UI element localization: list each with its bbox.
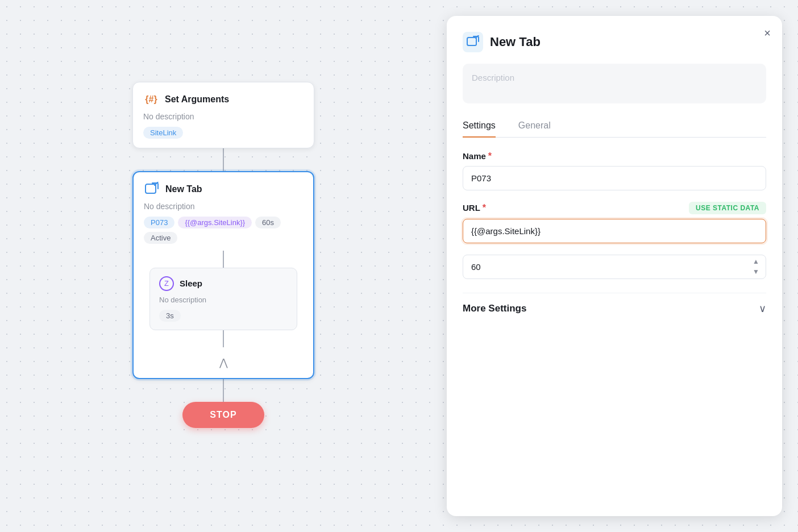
timeout-field-group: ▲ ▼ bbox=[463, 255, 766, 279]
tag-active: Active bbox=[144, 232, 177, 244]
sleep-desc: No description bbox=[159, 296, 288, 304]
description-area[interactable]: Description bbox=[463, 64, 766, 103]
set-args-title: Set Arguments bbox=[165, 94, 229, 105]
right-panel: × New Tab Description Settings General N… bbox=[447, 16, 782, 516]
set-args-desc: No description bbox=[143, 112, 304, 121]
inner-connector bbox=[223, 251, 224, 268]
url-input[interactable] bbox=[463, 219, 766, 243]
inner-connector-2 bbox=[223, 330, 224, 347]
url-input-wrap bbox=[463, 219, 766, 243]
more-settings[interactable]: More Settings ∨ bbox=[463, 293, 766, 324]
number-input-wrap: ▲ ▼ bbox=[463, 255, 766, 279]
name-field-group: Name * bbox=[463, 151, 766, 190]
collapse-button[interactable]: ⋀ bbox=[219, 356, 228, 369]
node-header: {#} Set Arguments bbox=[143, 92, 304, 107]
tag-p073: P073 bbox=[144, 217, 174, 228]
new-tab-node[interactable]: New Tab No description P073 {{@args.Site… bbox=[132, 171, 314, 379]
node-header: New Tab bbox=[144, 181, 303, 197]
set-args-icon: {#} bbox=[143, 92, 159, 107]
stop-button[interactable]: STOP bbox=[182, 402, 264, 428]
panel-title: New Tab bbox=[490, 35, 541, 49]
canvas-area: {#} Set Arguments No description SiteLin… bbox=[0, 0, 447, 532]
svg-rect-1 bbox=[467, 38, 476, 45]
close-button[interactable]: × bbox=[764, 27, 771, 39]
new-tab-inner: Z Sleep No description 3s ⋀ bbox=[144, 251, 303, 369]
set-arguments-node[interactable]: {#} Set Arguments No description SiteLin… bbox=[132, 82, 314, 148]
panel-header: New Tab bbox=[463, 32, 766, 52]
tag-3s: 3s bbox=[159, 310, 181, 322]
tag-args-sitelink: {{@args.SiteLink}} bbox=[178, 217, 252, 228]
name-label: Name * bbox=[463, 151, 766, 161]
url-field-row: URL * USE STATIC DATA bbox=[463, 202, 766, 214]
sleep-icon: Z bbox=[159, 276, 174, 291]
tag-60s: 60s bbox=[255, 217, 281, 228]
sleep-title: Sleep bbox=[180, 279, 202, 288]
chevron-down-icon: ∨ bbox=[759, 302, 766, 315]
timeout-input[interactable] bbox=[463, 255, 766, 279]
description-placeholder: Description bbox=[472, 73, 514, 82]
panel-tabs: Settings General bbox=[463, 115, 766, 138]
tag-sitelink: SiteLink bbox=[143, 127, 183, 139]
sleep-header: Z Sleep bbox=[159, 276, 288, 291]
use-static-button[interactable]: USE STATIC DATA bbox=[689, 202, 766, 214]
sleep-tags: 3s bbox=[159, 310, 288, 322]
set-args-tags: SiteLink bbox=[143, 127, 304, 139]
new-tab-title: New Tab bbox=[165, 184, 202, 194]
url-required: * bbox=[483, 203, 486, 213]
panel-new-tab-icon bbox=[463, 32, 483, 52]
new-tab-icon bbox=[144, 181, 160, 197]
connector-2 bbox=[223, 379, 224, 402]
url-label: URL * bbox=[463, 203, 486, 213]
name-required: * bbox=[488, 151, 492, 161]
spinner-up[interactable]: ▲ bbox=[750, 257, 762, 266]
name-input[interactable] bbox=[463, 166, 766, 190]
connector-1 bbox=[223, 148, 224, 171]
tab-settings[interactable]: Settings bbox=[463, 115, 496, 138]
number-spinners: ▲ ▼ bbox=[750, 257, 762, 276]
new-tab-desc: No description bbox=[144, 202, 303, 211]
sleep-node[interactable]: Z Sleep No description 3s bbox=[149, 268, 297, 330]
more-settings-label: More Settings bbox=[463, 303, 526, 314]
spinner-down[interactable]: ▼ bbox=[750, 267, 762, 276]
tab-general[interactable]: General bbox=[518, 115, 551, 138]
collapse-icon: ⋀ bbox=[219, 357, 228, 368]
url-field-group: URL * USE STATIC DATA bbox=[463, 202, 766, 243]
flow-container: {#} Set Arguments No description SiteLin… bbox=[132, 82, 314, 428]
new-tab-tags: P073 {{@args.SiteLink}} 60s Active bbox=[144, 217, 303, 244]
